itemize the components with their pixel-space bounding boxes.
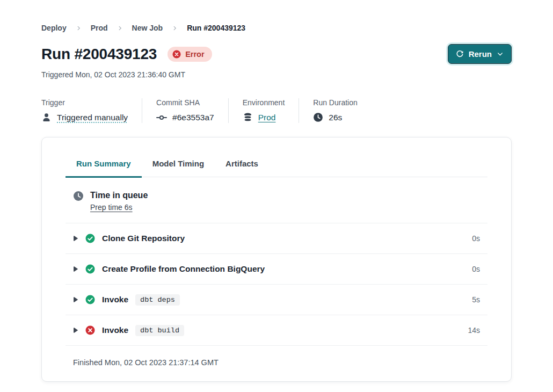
chevron-down-icon (497, 50, 504, 57)
refresh-icon (456, 50, 464, 58)
environment-link[interactable]: Prod (258, 113, 276, 122)
rerun-button-label: Rerun (469, 49, 492, 59)
tab-bar: Run Summary Model Timing Artifacts (66, 137, 487, 177)
step-name: Create Profile from Connection BigQuery (102, 264, 265, 274)
database-icon (243, 112, 253, 122)
step-duration: 14s (468, 326, 480, 335)
caret-right-icon[interactable] (73, 235, 78, 242)
page-title: Run #200439123 (41, 46, 157, 63)
chevron-right-icon (172, 25, 178, 31)
user-icon (41, 112, 52, 122)
clock-icon (313, 112, 323, 122)
step-duration: 0s (472, 265, 480, 273)
step-name: Invoke (102, 325, 128, 335)
meta-duration-label: Run Duration (313, 98, 358, 107)
breadcrumb: Deploy Prod New Job Run #200439123 (41, 24, 512, 32)
finished-timestamp: Finished Mon, 02 Oct 2023 21:37:14 GMT (66, 345, 487, 381)
step-row-create-profile[interactable]: Create Profile from Connection BigQuery … (66, 253, 487, 284)
command-chip: dbt deps (135, 294, 180, 306)
caret-right-icon[interactable] (73, 266, 78, 272)
tab-run-summary[interactable]: Run Summary (66, 159, 142, 178)
meta-run-duration: Run Duration 26s (313, 98, 372, 123)
error-circle-icon (85, 325, 95, 335)
error-circle-icon (172, 50, 181, 59)
step-row-dbt-build[interactable]: Invoke dbt build 14s (66, 315, 487, 345)
caret-right-icon[interactable] (73, 296, 78, 303)
breadcrumb-current-run: Run #200439123 (187, 24, 245, 32)
success-check-icon (85, 234, 95, 243)
chevron-right-icon (76, 25, 82, 31)
chevron-right-icon (117, 25, 123, 31)
step-duration: 5s (472, 295, 480, 304)
step-duration: 0s (472, 234, 480, 243)
rerun-button[interactable]: Rerun (448, 44, 512, 64)
meta-environment: Environment Prod (243, 98, 300, 123)
breadcrumb-new-job[interactable]: New Job (132, 24, 163, 32)
breadcrumb-deploy[interactable]: Deploy (41, 24, 67, 32)
step-row-clone-git[interactable]: Clone Git Repository 0s (66, 223, 487, 253)
meta-environment-label: Environment (243, 98, 285, 107)
caret-right-icon[interactable] (73, 327, 78, 333)
run-summary-card: Run Summary Model Timing Artifacts Time … (41, 137, 512, 382)
run-meta-row: Trigger Triggered manually Commit SHA #6… (41, 98, 512, 123)
meta-commit-label: Commit SHA (156, 98, 214, 107)
meta-commit-sha: Commit SHA #6e3553a7 (156, 98, 229, 123)
status-badge-label: Error (185, 50, 204, 59)
step-name: Clone Git Repository (102, 234, 185, 243)
command-chip: dbt build (135, 325, 184, 336)
run-duration-value: 26s (329, 113, 342, 122)
tab-model-timing[interactable]: Model Timing (142, 159, 215, 178)
meta-trigger: Trigger Triggered manually (41, 98, 142, 123)
triggered-timestamp: Triggered Mon, 02 Oct 2023 21:36:40 GMT (41, 70, 512, 79)
meta-trigger-label: Trigger (41, 98, 128, 107)
run-detail-page: Deploy Prod New Job Run #200439123 Run #… (0, 0, 553, 123)
prep-time-link[interactable]: Prep time 6s (90, 203, 133, 212)
breadcrumb-prod[interactable]: Prod (91, 24, 108, 32)
success-check-icon (85, 264, 95, 274)
queue-title: Time in queue (90, 191, 148, 200)
page-header: Run #200439123 Error Rerun (41, 44, 512, 64)
time-in-queue-section: Time in queue Prep time 6s (66, 177, 487, 223)
tab-artifacts[interactable]: Artifacts (215, 159, 269, 178)
step-row-dbt-deps[interactable]: Invoke dbt deps 5s (66, 284, 487, 315)
clock-icon (73, 191, 84, 201)
commit-icon (156, 112, 167, 123)
commit-sha-value: #6e3553a7 (172, 113, 214, 122)
trigger-value[interactable]: Triggered manually (57, 113, 128, 122)
step-name: Invoke (102, 295, 128, 304)
success-check-icon (85, 295, 95, 304)
status-badge: Error (168, 47, 212, 62)
